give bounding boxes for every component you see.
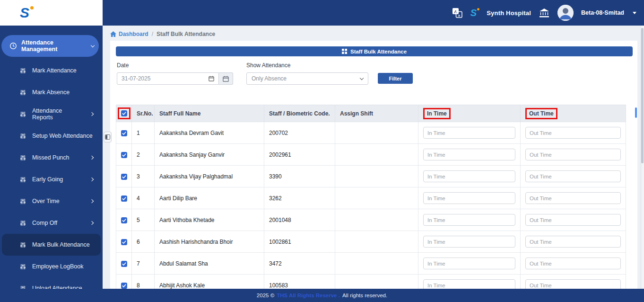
table-row: 5 Aarti Vithoba Khetade 2001048 (116, 209, 626, 231)
cell-sr-no: 4 (132, 187, 155, 209)
in-time-input[interactable] (423, 214, 515, 226)
in-time-input[interactable] (423, 279, 515, 289)
chevron-down-icon (91, 43, 95, 47)
out-time-input[interactable] (525, 214, 621, 226)
institution-icon[interactable] (539, 8, 550, 18)
chevron-right-icon (90, 156, 94, 160)
sidebar-item[interactable]: Over Time (2, 190, 101, 212)
sidebar-menu: Mark Attendance Mark Absence (0, 57, 103, 289)
sliders-icon (20, 111, 26, 117)
translate-icon[interactable]: A a (452, 7, 463, 18)
calendar-picker-button[interactable] (219, 72, 233, 85)
footer: 2025 © THS All Rights Reserve . All righ… (0, 289, 644, 302)
cell-assign-shift (335, 253, 418, 275)
out-time-input[interactable] (525, 192, 621, 204)
sidebar-item-label: Over Time (32, 198, 60, 204)
in-time-input[interactable] (423, 236, 515, 248)
chevron-right-icon (90, 221, 94, 225)
calendar-indicator-icon[interactable] (209, 76, 214, 81)
sidebar-item[interactable]: Mark Bulk Attendance (2, 234, 101, 256)
in-time-input[interactable] (423, 170, 515, 182)
sidebar-item-label: Attendance Reports (32, 107, 84, 121)
sidebar: Attendance Management Mark Attendance (0, 26, 103, 289)
date-group: Date 31-07-2025 (117, 62, 233, 85)
sidebar-item-label: Mark Bulk Attendance (32, 241, 90, 248)
chevron-right-icon (90, 178, 94, 181)
out-time-input[interactable] (525, 258, 621, 269)
sliders-icon (20, 177, 26, 183)
out-time-input[interactable] (525, 149, 621, 160)
content-card: Staff Bulk Attendance Date 31-07-2025 (110, 41, 637, 289)
chevron-down-icon[interactable] (633, 12, 636, 14)
row-checkbox[interactable] (121, 174, 127, 180)
sidebar-item[interactable]: Mark Absence (2, 81, 101, 103)
breadcrumb: Dashboard / Staff Bulk Attendance (110, 28, 637, 40)
clock-icon (9, 42, 17, 50)
row-checkbox[interactable] (121, 283, 127, 289)
header-out-time: Out Time (525, 108, 557, 119)
page-scrollbar[interactable] (641, 26, 644, 289)
out-time-input[interactable] (525, 236, 621, 248)
footer-suffix: All rights reserved. (342, 293, 387, 298)
select-all-checkbox[interactable] (121, 110, 127, 116)
sliders-icon (20, 220, 26, 226)
cell-staff-name: Aakanksha Devram Gavit (155, 122, 264, 144)
cell-sr-no: 2 (132, 144, 155, 166)
cell-biometric-code: 2001048 (264, 209, 335, 231)
sidebar-item-label: Employee LogBook (32, 263, 83, 270)
cell-assign-shift (335, 187, 418, 209)
footer-ths-link[interactable]: THS All Rights Reserve . (277, 293, 340, 298)
sidebar-section-attendance-management[interactable]: Attendance Management (1, 35, 99, 57)
sidebar-item[interactable]: Comp Off (2, 212, 101, 234)
app-logo[interactable]: S (0, 0, 103, 26)
table-scrollbar-thumb[interactable] (635, 107, 637, 118)
row-checkbox[interactable] (121, 195, 127, 202)
in-time-input[interactable] (423, 149, 515, 160)
row-checkbox[interactable] (121, 261, 127, 267)
date-input[interactable]: 31-07-2025 (117, 72, 219, 85)
out-time-input[interactable] (525, 279, 621, 289)
sidebar-item[interactable]: Early Going (2, 169, 101, 190)
in-time-input[interactable] (423, 127, 515, 139)
filter-button[interactable]: Filter (378, 73, 413, 84)
filter-form: Date 31-07-2025 (116, 62, 633, 85)
sliders-icon (20, 264, 26, 270)
in-time-input[interactable] (423, 258, 515, 269)
show-attendance-group: Show Attendance Only Absence (246, 62, 368, 85)
sliders-icon (20, 198, 26, 204)
show-attendance-select[interactable]: Only Absence (246, 72, 368, 85)
topbar: S A a S Synth Hospital Beta-08-Smitad (0, 0, 644, 26)
in-time-input[interactable] (423, 192, 515, 204)
sidebar-item[interactable]: Employee LogBook (2, 256, 101, 277)
sidebar-item[interactable]: Missed Punch (2, 147, 101, 169)
row-checkbox[interactable] (121, 217, 127, 223)
row-checkbox[interactable] (121, 130, 127, 136)
cell-biometric-code: 3472 (264, 253, 335, 275)
user-menu[interactable]: Beta-08-Smitad (581, 9, 624, 16)
sidebar-item[interactable]: Attendance Reports (2, 103, 101, 125)
sidebar-item[interactable]: Upload Attendance (2, 277, 101, 289)
row-checkbox[interactable] (121, 239, 127, 245)
breadcrumb-dashboard-link[interactable]: Dashboard (110, 31, 148, 37)
cell-biometric-code: 2002961 (264, 144, 335, 166)
header-sr-no: Sr.No. (132, 105, 155, 122)
sidebar-item-label: Mark Attendance (32, 67, 77, 74)
cell-sr-no: 7 (132, 253, 155, 275)
out-time-input[interactable] (525, 127, 621, 139)
sidebar-item[interactable]: Setup Web Attendance (2, 125, 101, 147)
row-checkbox[interactable] (121, 152, 127, 158)
sliders-icon (20, 155, 26, 161)
cell-biometric-code: 3262 (264, 187, 335, 209)
sidebar-collapse-toggle[interactable] (104, 132, 112, 142)
page-scrollbar-thumb[interactable] (641, 28, 644, 163)
cell-sr-no: 5 (132, 209, 155, 231)
chevron-right-icon (90, 112, 94, 116)
sidebar-item-label: Early Going (32, 176, 63, 183)
cell-staff-name: Aarti Vithoba Khetade (155, 209, 264, 231)
avatar[interactable] (557, 5, 574, 21)
cell-biometric-code: 100583 (264, 275, 335, 289)
cell-assign-shift (335, 166, 418, 187)
sliders-icon (20, 89, 26, 96)
sidebar-item[interactable]: Mark Attendance (2, 60, 101, 81)
out-time-input[interactable] (525, 170, 621, 182)
